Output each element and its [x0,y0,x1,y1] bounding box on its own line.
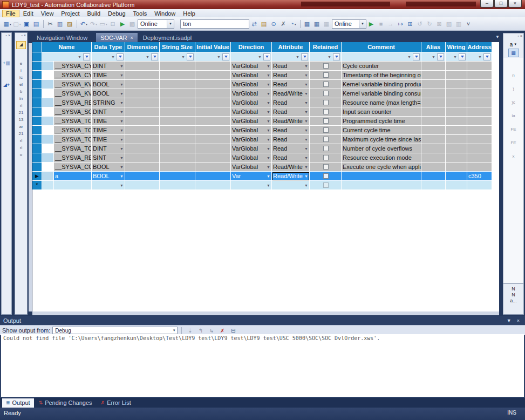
column-filter-cell[interactable]: ▼ [446,52,467,62]
cell-direction[interactable]: VarGlobal▼ [231,80,272,89]
cell-retained[interactable] [310,172,342,181]
column-header[interactable]: Data Type [92,42,125,52]
cell-wiring[interactable] [446,135,467,144]
minimize-button[interactable]: – [480,0,494,8]
cell-data-type[interactable]: BOOL▼ [92,89,125,98]
vertical-scrollbar[interactable] [29,43,32,311]
build-icon[interactable]: ▩ [128,19,137,29]
document-tab[interactable]: Deployment.isadpl [139,33,200,42]
chevron-down-icon[interactable]: ▼ [267,147,271,151]
grid-icon[interactable]: ▧ [445,19,454,29]
menu-item[interactable]: Debug [104,10,129,17]
panel-bottom-item[interactable]: a... [510,298,517,303]
column-header[interactable]: Wiring [446,42,467,52]
column-header[interactable]: Attribute [272,42,310,52]
filter-funnel-icon[interactable] [483,53,490,60]
save-icon[interactable]: ▣ [22,19,31,29]
cell-attribute[interactable]: Read▼ [272,71,310,80]
chevron-down-icon[interactable]: ▼ [78,55,81,59]
cell-name[interactable]: __SYSVA_CYCLED [54,71,92,80]
window-layout-icon[interactable]: ▭▾ [99,19,108,29]
chevron-down-icon[interactable]: ▼ [304,83,309,86]
chevron-down-icon[interactable]: ▼ [304,174,309,178]
filter-funnel-icon[interactable] [333,53,340,60]
close-tab-icon[interactable]: × [130,35,133,40]
filter-funnel-icon[interactable] [263,53,270,60]
tab-overflow-chevron-icon[interactable]: ▼ [495,35,500,39]
cell-dimension[interactable] [125,71,160,80]
close-icon[interactable]: × [517,318,520,323]
chevron-down-icon[interactable]: ▼ [304,92,309,96]
cell-attribute[interactable]: Read/Write▼ [272,89,310,98]
cell-data-type[interactable]: DINT▼ [92,144,125,153]
cell-initial-value[interactable] [195,144,231,153]
cell-string-size[interactable] [160,126,195,135]
cell-address[interactable] [467,80,492,89]
retained-checkbox[interactable] [323,118,329,124]
cell-comment[interactable]: Execute one cycle when applicat [342,162,421,172]
chevron-down-icon[interactable]: ▼ [120,101,125,105]
clock-icon[interactable]: ◔▾ [289,19,298,29]
retained-checkbox[interactable] [323,146,329,151]
cell-retained[interactable] [310,181,342,190]
cell-initial-value[interactable] [195,71,231,80]
retained-checkbox[interactable] [323,127,329,133]
step-icon[interactable]: → [386,19,396,29]
column-filter-cell[interactable]: ▼ [342,52,421,62]
cell-string-size[interactable] [160,144,195,153]
cell-retained[interactable] [310,126,342,135]
column-filter-cell[interactable]: ▼ [195,52,231,62]
cell-wiring[interactable] [446,71,467,80]
menu-item[interactable]: Help [179,10,199,17]
retained-checkbox[interactable] [323,137,329,142]
cell-retained[interactable] [310,80,342,89]
cell-dimension[interactable] [125,107,160,117]
menu-item[interactable]: Build [84,10,104,17]
row-header[interactable] [32,117,42,126]
cell-initial-value[interactable] [195,172,231,181]
cell-address[interactable] [467,162,492,172]
column-header[interactable]: Direction [231,42,272,52]
cell-wiring[interactable] [446,62,467,71]
cell-comment[interactable]: Timestamp of the beginning of t [342,71,421,80]
column-filter-cell[interactable]: ▼ [272,52,310,62]
cell-initial-value[interactable] [195,107,231,117]
menu-item[interactable]: Window [151,10,179,17]
filter-funnel-icon[interactable] [301,53,308,60]
overflow-chevron-icon[interactable]: ˅ [464,19,473,29]
cell-comment[interactable]: Current cycle time [342,126,421,135]
table-row[interactable]: * ▼ ▼ ▼ [32,181,492,190]
retained-checkbox[interactable] [323,82,329,87]
cell-name[interactable]: __SYSVA_SCANC [54,107,92,117]
grid2-icon[interactable]: ▥ [454,19,463,29]
link-icon[interactable]: ⇄ [250,19,259,29]
cell-comment[interactable]: Input scan counter [342,107,421,117]
cell-data-type[interactable]: STRING▼ [92,98,125,107]
table-row[interactable]: ▶ a BOOL▼ Var▼ Read/Write▼ c350 [32,172,492,181]
redo-icon[interactable]: ↷▾ [89,19,98,29]
cell-string-size[interactable] [160,107,195,117]
document-tab[interactable]: SOC-VAR× [96,33,138,42]
close-icon[interactable]: × [24,33,26,39]
table-row[interactable]: __SYSVA_TCYOVI DINT▼ VarGlobal▼ Read▼ Nu… [32,144,492,153]
chevron-down-icon[interactable]: ▼ [120,119,125,123]
row-header[interactable] [32,80,42,89]
cell-dimension[interactable] [125,98,160,107]
table-row[interactable]: __SYSVA_TCYMA TIME▼ VarGlobal▼ Read▼ Max… [32,135,492,144]
cell-name[interactable]: __SYSVA_RESMO [54,153,92,162]
filter-funnel-icon[interactable] [437,53,444,60]
chevron-down-icon[interactable]: ▼ [267,128,271,132]
cell-wiring[interactable] [446,98,467,107]
cell-initial-value[interactable] [195,89,231,98]
row-header[interactable] [32,107,42,117]
chevron-down-icon[interactable]: ▼ [304,165,309,169]
cell-address[interactable] [467,89,492,98]
cell-alias[interactable] [421,107,446,117]
filter-funnel-icon[interactable] [151,53,158,60]
prev-message-icon[interactable]: ↰ [196,327,205,335]
chevron-down-icon[interactable]: ▼ [304,110,309,114]
cell-direction[interactable]: VarGlobal▼ [231,135,272,144]
row-header[interactable]: ▶ [32,172,42,181]
chevron-down-icon[interactable]: ▼ [453,55,457,59]
chevron-down-icon[interactable]: ▼ [267,101,271,105]
